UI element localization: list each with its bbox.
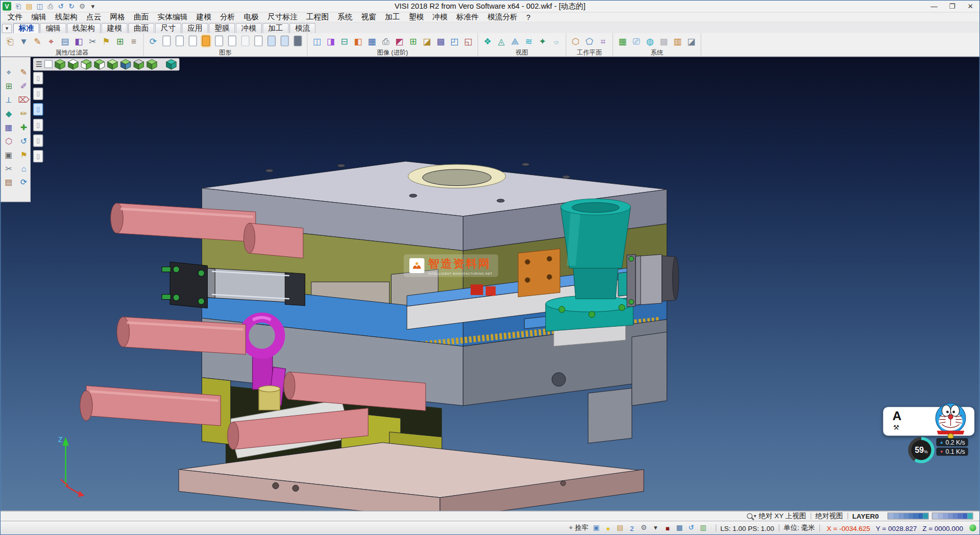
select-icon[interactable]: ⌖ [3,67,14,78]
print-icon[interactable]: ⎙ [45,2,56,11]
view-dynamic-icon[interactable]: ≋ [523,34,535,48]
workplane-align-icon[interactable]: ⬠ [583,34,595,48]
palette-segment[interactable] [938,513,943,519]
redraw-icon[interactable]: ⟳ [147,34,159,48]
menu-item[interactable]: 电极 [239,12,263,22]
palette-segment[interactable] [898,513,903,519]
page-icon[interactable] [241,36,250,46]
properties-icon[interactable]: ⎗ [4,34,16,48]
menu-item[interactable]: 工程图 [302,12,333,22]
palette-segment[interactable] [947,513,952,519]
view-cube-icon[interactable] [165,59,177,70]
zoom-window-icon[interactable]: ⊞ [407,34,419,48]
ribbon-tab[interactable]: 应用 [182,23,208,33]
polygon-icon[interactable]: ⬡ [3,136,14,147]
palette-segment[interactable] [952,513,958,519]
system-globe-icon[interactable]: ◍ [644,34,656,48]
palette-segment[interactable] [913,513,918,519]
menu-item[interactable]: 点云 [82,12,106,22]
view-next-icon[interactable]: ◱ [462,34,474,48]
ribbon-tab[interactable]: 标准 [13,23,39,33]
menu-item[interactable]: 建模 [192,12,216,22]
menu-item[interactable]: 网格 [106,12,130,22]
two-views-icon[interactable]: 2 [627,523,638,533]
settings-icon[interactable]: ⚙ [77,2,88,11]
menu-item[interactable]: 分析 [215,12,239,22]
lock-label[interactable]: 拴牢 [575,523,589,532]
view-iso-icon[interactable]: ❖ [481,34,494,48]
color-icon[interactable]: ◧ [72,34,85,48]
gear-icon[interactable]: ⚙ [639,523,649,533]
render-icon[interactable]: ◧ [352,34,364,48]
redo-icon[interactable]: ↻ [66,2,77,11]
viewcube-blank-icon[interactable] [44,60,53,68]
toolbar-options-caret[interactable]: ▾ [87,2,98,11]
view-prev-icon[interactable]: ◰ [448,34,460,48]
cut-icon[interactable]: ✂ [3,163,14,175]
ribbon-tab[interactable]: 编辑 [40,23,66,33]
minimize-button[interactable]: — [925,1,943,12]
menu-item[interactable]: 曲面 [129,12,153,22]
system-chart-icon[interactable]: ▥ [671,34,683,48]
menu-item[interactable]: 尺寸标注 [263,12,302,22]
palette-segment[interactable] [933,513,938,519]
new-file-icon[interactable]: ⎗ [13,2,24,11]
plane-icon[interactable]: ▣ [3,150,14,161]
view-cube-icon[interactable] [133,59,144,70]
ime-tool-icon[interactable]: ⚒ [893,424,899,432]
menu-item[interactable]: 模流分析 [483,12,522,22]
page-icon[interactable] [228,36,236,46]
open-file-icon[interactable]: ▤ [24,2,35,11]
ime-mode-letter[interactable]: A [893,409,902,423]
edit-attributes-icon[interactable]: ✎ [31,34,43,48]
annotate-icon[interactable]: ✏ [18,108,30,119]
mold-assembly-model[interactable] [1,57,979,510]
ribbon-tab[interactable]: 线架构 [67,23,101,33]
hidden-line-icon[interactable]: ⊟ [338,34,350,48]
marker-icon[interactable]: ⚑ [18,150,30,161]
draw-icon[interactable]: ✐ [18,81,30,92]
refresh-icon[interactable]: ↺ [686,523,697,533]
view-cube-icon[interactable] [120,59,131,70]
view-cube-icon[interactable] [93,59,105,70]
caret-icon[interactable]: ▾ [650,523,661,533]
page-icon[interactable] [176,36,184,46]
menu-item[interactable]: 冲模 [428,12,452,22]
search-icon[interactable] [747,513,752,519]
view-cube-icon[interactable] [146,59,157,70]
view-top-icon[interactable]: ◬ [495,34,507,48]
view-rotate-icon[interactable]: ⌔ [550,34,562,48]
active-layer-label[interactable]: LAYER0 [852,513,879,520]
ribbon-tab[interactable]: 塑膜 [209,23,235,33]
palette-segment[interactable] [918,513,923,519]
render-dot-icon[interactable]: ● [603,523,614,533]
cpu-gauge[interactable]: 59 % [908,437,934,463]
page-icon[interactable] [202,36,210,46]
clipboard-slot-icon[interactable]: ▯ [33,150,43,162]
palette-segment[interactable] [903,513,908,519]
palette-segment[interactable] [893,513,898,519]
grid-view-icon[interactable]: ▦ [365,34,378,48]
shadow-icon[interactable]: ◪ [421,34,433,48]
menu-item[interactable]: 线架构 [51,12,82,22]
page-icon[interactable] [294,36,302,46]
trim-icon[interactable]: ✂ [86,34,99,48]
ime-toolbar[interactable]: A ⚒ [883,407,974,435]
system-monitor-icon[interactable]: ⎚ [630,34,642,48]
sketch-icon[interactable]: ✎ [18,67,30,78]
section-icon[interactable]: ◩ [393,34,405,48]
viewport-3d[interactable]: ☰ ⌖✎⊞✐⟂⌦◆✏▦✚⬡↺▣⚑✂⌂▤⟳ ▯▯▯▯▯▯ 智造资料网 INTELL… [1,57,979,510]
undo-icon[interactable]: ↺ [56,2,66,11]
menu-item[interactable]: 实体编辑 [153,12,192,22]
view-front-icon[interactable]: ⟁ [509,34,521,48]
refresh-view-icon[interactable]: ⟳ [18,177,30,188]
page-icon[interactable] [267,36,276,46]
workplane-icon[interactable]: ⬡ [570,34,582,48]
units-readout[interactable]: 单位: 毫米 [783,523,815,532]
layer-palette-2[interactable] [932,513,973,519]
menu-item[interactable]: 标准件 [452,12,483,22]
save-icon[interactable]: ◫ [34,2,45,11]
list-icon[interactable]: ≡ [128,34,140,48]
speed-monitor[interactable]: 59 % ▲0.2 K/s ▼0.1 K/s [908,437,968,463]
snap-grid-icon[interactable]: ⊞ [3,81,14,92]
